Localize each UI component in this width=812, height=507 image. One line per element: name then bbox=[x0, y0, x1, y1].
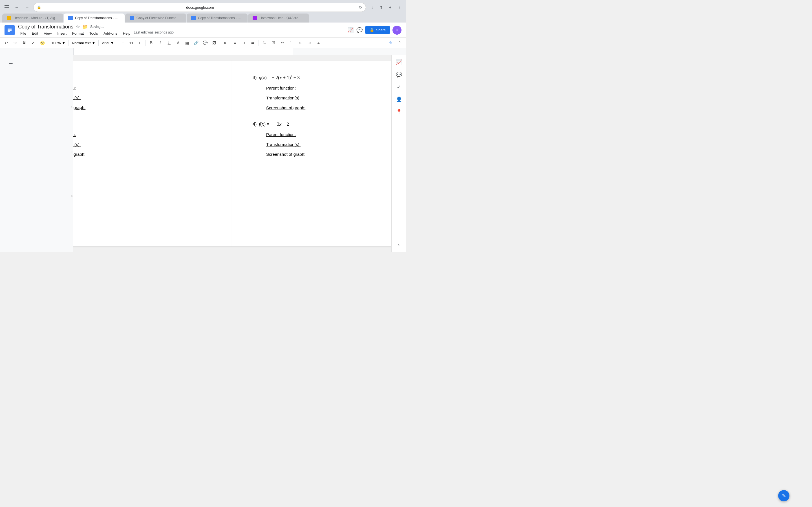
font-size-display: 11 bbox=[128, 41, 134, 45]
align-justify-btn[interactable]: ⇄ bbox=[249, 39, 257, 47]
tab-favicon-homework bbox=[253, 16, 257, 20]
share-label: Share bbox=[376, 28, 386, 32]
problem-2-parent: Parent function: bbox=[73, 132, 212, 137]
grid-btn[interactable]: ⋮ bbox=[395, 3, 403, 11]
sep1 bbox=[48, 40, 48, 46]
comment-btn[interactable]: 💬 bbox=[201, 39, 209, 47]
italic-btn[interactable]: I bbox=[156, 39, 164, 47]
font-select[interactable]: Arial ▼ bbox=[100, 39, 115, 47]
task-sidebar-icon[interactable]: ✓ bbox=[394, 82, 404, 92]
image-btn[interactable]: 🖼 bbox=[210, 39, 218, 47]
forward-btn[interactable]: → bbox=[23, 3, 31, 11]
doc-title[interactable]: Copy of Transformations bbox=[18, 24, 73, 30]
paint-format-btn[interactable]: 🌝 bbox=[38, 39, 46, 47]
new-tab-btn[interactable]: + bbox=[386, 3, 394, 11]
tab-piecewise[interactable]: Copy of Piecewise Function - Google Docs bbox=[125, 13, 186, 22]
document-page-1: 1) f(x) = 2|x − 1| Parent function: Tran… bbox=[73, 61, 232, 246]
align-center-btn[interactable]: ≡ bbox=[231, 39, 239, 47]
person-sidebar-icon[interactable]: 👤 bbox=[394, 94, 404, 105]
browser-actions: ↓ ⬆ + ⋮ bbox=[368, 3, 403, 11]
sidebar-toggle-btn[interactable] bbox=[3, 3, 11, 11]
problem-1-parent: Parent function: bbox=[73, 86, 212, 90]
right-sidebar: 📈 💬 ✓ 👤 📍 › bbox=[391, 55, 406, 252]
menu-insert[interactable]: Insert bbox=[55, 31, 69, 36]
font-color-btn[interactable]: A bbox=[174, 39, 182, 47]
title-row: Copy of Transformations ☆ 📁 Saving… bbox=[18, 24, 344, 30]
comments-btn[interactable]: 💬 bbox=[356, 27, 363, 34]
menu-format[interactable]: Format bbox=[70, 31, 86, 36]
decrease-indent-btn[interactable]: ⇤ bbox=[297, 39, 305, 47]
menu-file[interactable]: File bbox=[18, 31, 29, 36]
toolbar: ↩ ↪ 🖶 ✓ 🌝 100% ▼ Normal text ▼ Arial ▼ −… bbox=[0, 38, 406, 48]
outline-icon[interactable]: ☰ bbox=[8, 61, 13, 67]
map-sidebar-icon[interactable]: 📍 bbox=[394, 107, 404, 117]
sep3 bbox=[98, 40, 99, 46]
tab-transformations2[interactable]: Copy of Transformations - Google Docs bbox=[187, 13, 248, 22]
user-avatar[interactable]: U bbox=[393, 25, 402, 35]
tab-homework[interactable]: Homework Help - Q&A from Online Tutor... bbox=[248, 13, 309, 22]
saving-indicator: Saving… bbox=[90, 25, 104, 29]
last-edit[interactable]: Last edit was seconds ago bbox=[134, 31, 174, 36]
align-right-btn[interactable]: ⇥ bbox=[240, 39, 248, 47]
zoom-level: 100% bbox=[51, 41, 61, 45]
menu-view[interactable]: View bbox=[42, 31, 54, 36]
redo-btn[interactable]: ↪ bbox=[11, 39, 19, 47]
problem-1: 1) f(x) = 2|x − 1| Parent function: Tran… bbox=[73, 75, 212, 110]
address-bar[interactable]: 🔒 docs.google.com ⟳ bbox=[33, 3, 366, 12]
problem-4: 4) f(x) = − 3x − 2 Parent function: Tran… bbox=[253, 121, 391, 157]
font-increase-btn[interactable]: + bbox=[136, 39, 144, 47]
numbered-list-btn[interactable]: 1. bbox=[288, 39, 296, 47]
highlight-btn[interactable]: ▦ bbox=[183, 39, 191, 47]
sidebar-bottom bbox=[399, 237, 399, 237]
print-btn[interactable]: 🖶 bbox=[20, 39, 28, 47]
problem-3-math: g(x) = − 2(x + 1)2 + 3 bbox=[259, 75, 300, 80]
bold-btn[interactable]: B bbox=[147, 39, 155, 47]
increase-indent-btn[interactable]: ⇥ bbox=[306, 39, 313, 47]
menu-addons[interactable]: Add-ons bbox=[101, 31, 119, 36]
problem-1-equation: 1) f(x) = 2|x − 1| bbox=[73, 75, 212, 80]
docs-title-area: Copy of Transformations ☆ 📁 Saving… File… bbox=[18, 24, 344, 36]
tab-favicon-headrush bbox=[7, 16, 11, 20]
analytics-sidebar-icon[interactable]: 📈 bbox=[394, 57, 404, 67]
line-spacing-btn[interactable]: ⇅ bbox=[260, 39, 268, 47]
doc-area[interactable]: 1) f(x) = 2|x − 1| Parent function: Tran… bbox=[73, 55, 391, 252]
problem-4-parent: Parent function: bbox=[266, 132, 391, 137]
spellcheck-btn[interactable]: ✓ bbox=[29, 39, 37, 47]
checklist-btn[interactable]: ☑ bbox=[269, 39, 277, 47]
reload-btn[interactable]: ⟳ bbox=[359, 5, 362, 10]
comment-sidebar-icon[interactable]: 💬 bbox=[394, 69, 404, 80]
expand-sidebar-icon[interactable]: › bbox=[394, 240, 404, 250]
svg-rect-7 bbox=[8, 31, 10, 32]
menu-tools[interactable]: Tools bbox=[87, 31, 100, 36]
problem-3: 3) g(x) = − 2(x + 1)2 + 3 Parent functio… bbox=[253, 75, 391, 110]
collapse-toolbar-btn[interactable]: ⌃ bbox=[396, 39, 404, 47]
align-left-btn[interactable]: ⇤ bbox=[222, 39, 230, 47]
clear-format-btn[interactable]: ∓ bbox=[315, 39, 322, 47]
share-browser-btn[interactable]: ⬆ bbox=[377, 3, 385, 11]
folder-icon[interactable]: 📁 bbox=[82, 24, 88, 30]
ruler-inner bbox=[73, 48, 293, 55]
link-btn[interactable]: 🔗 bbox=[192, 39, 200, 47]
tab-transformations[interactable]: Copy of Transformations - Google Docs bbox=[64, 13, 124, 22]
download-btn[interactable]: ↓ bbox=[368, 3, 376, 11]
star-icon[interactable]: ☆ bbox=[75, 24, 80, 30]
text-style-select[interactable]: Normal text ▼ bbox=[70, 39, 97, 47]
back-btn[interactable]: ← bbox=[13, 3, 21, 11]
analytics-btn[interactable]: 📈 bbox=[347, 27, 354, 34]
docs-icon bbox=[4, 25, 15, 35]
main-layout: ☰ 1 2 3 1) f(x) = 2|x − 1| Parent functi… bbox=[0, 55, 406, 252]
undo-btn[interactable]: ↩ bbox=[2, 39, 10, 47]
bullets-btn[interactable]: •• bbox=[278, 39, 287, 47]
underline-btn[interactable]: U bbox=[165, 39, 173, 47]
tab-headrush[interactable]: Headrush - Module - (1) Algebra 2: Funct… bbox=[2, 13, 63, 22]
editing-mode-btn[interactable]: ✎ bbox=[387, 39, 395, 47]
problem-3-equation: 3) g(x) = − 2(x + 1)2 + 3 bbox=[253, 75, 391, 80]
zoom-select[interactable]: 100% ▼ bbox=[50, 39, 67, 47]
menu-edit[interactable]: Edit bbox=[30, 31, 40, 36]
menu-help[interactable]: Help bbox=[121, 31, 133, 36]
tab-favicon-transformations bbox=[68, 16, 73, 20]
text-style-label: Normal text bbox=[72, 41, 91, 45]
tab-label-piecewise: Copy of Piecewise Function - Google Docs bbox=[137, 16, 182, 20]
share-button[interactable]: 🔒 Share bbox=[365, 26, 390, 34]
font-decrease-btn[interactable]: − bbox=[119, 39, 127, 47]
